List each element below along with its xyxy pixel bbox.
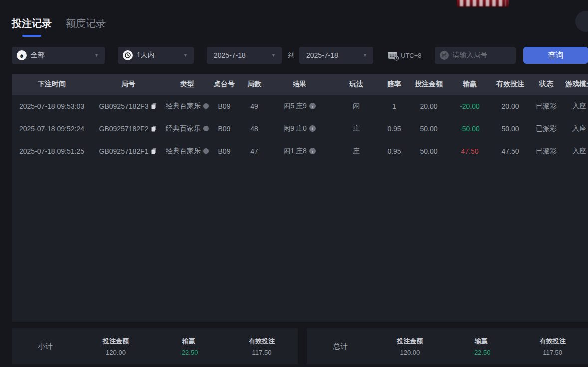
- round-no: 47: [239, 140, 270, 162]
- play: 庄: [329, 117, 383, 140]
- date-from-picker[interactable]: 2025-7-18 ▼: [207, 47, 282, 64]
- tab-bet-records[interactable]: 投注记录: [12, 17, 52, 37]
- col-round-id: 局号: [92, 74, 165, 95]
- type-badge-icon[interactable]: [203, 103, 209, 109]
- subtotal-winloss: 输赢 -22.50: [152, 337, 225, 356]
- total-label: 总计: [307, 342, 374, 351]
- date-to-picker[interactable]: 2025-7-18 ▼: [299, 47, 373, 64]
- game-type-value: 全部: [31, 51, 45, 60]
- status: 已派彩: [533, 140, 559, 162]
- total-valid-bet: 有效投注 117.50: [517, 337, 588, 356]
- table-row: 2025-07-18 09:52:24 GB09257182F2 经典百家乐 B…: [12, 117, 588, 140]
- col-table-no: 桌台号: [210, 74, 239, 95]
- chevron-down-icon: ▼: [94, 53, 99, 58]
- type-badge-icon[interactable]: [203, 126, 209, 131]
- floating-action-button[interactable]: [575, 11, 588, 32]
- time-range-select[interactable]: 1天内 ▼: [118, 47, 194, 64]
- timezone-label: UTC+8: [401, 52, 422, 59]
- calendar-clock-icon: [387, 50, 399, 61]
- chevron-down-icon: ▼: [363, 53, 367, 58]
- query-button[interactable]: 查询: [523, 47, 588, 64]
- play: 闲: [329, 95, 383, 117]
- play: 庄: [329, 140, 383, 162]
- info-icon[interactable]: i: [309, 148, 316, 154]
- date-from-value: 2025-7-18: [214, 51, 246, 59]
- info-icon[interactable]: i: [309, 125, 316, 132]
- bet-amount: 20.00: [405, 95, 452, 117]
- game-type: 经典百家乐: [165, 95, 210, 117]
- bet-time: 2025-07-18 09:53:03: [12, 95, 92, 117]
- col-valid-bet: 有效投注: [487, 74, 533, 95]
- table-row: 2025-07-18 09:51:25 GB09257182F1 经典百家乐 B…: [12, 140, 588, 162]
- type-badge-icon[interactable]: [203, 148, 209, 154]
- filter-bar: ♠ 全部 ▼ 1天内 ▼ 2025-7-18 ▼ 到 2025-7-18 ▼ U…: [12, 47, 588, 64]
- subtotal-bet-amount: 投注金额 120.00: [79, 337, 152, 356]
- game-type: 经典百家乐: [165, 117, 210, 140]
- chevron-down-icon: ▼: [183, 53, 188, 58]
- subtotal-valid-bet: 有效投注 117.50: [225, 337, 298, 356]
- valid-bet: 20.00: [487, 95, 533, 117]
- brand-logo: [457, 0, 509, 7]
- round-id: GB09257182F2: [92, 117, 165, 140]
- game-mode: 入座: [559, 140, 588, 162]
- round-no: 48: [239, 117, 270, 140]
- round-input-placeholder: 请输入局号: [453, 51, 488, 60]
- round-id: GB09257182F3: [92, 95, 165, 117]
- valid-bet: 47.50: [487, 140, 533, 162]
- status: 已派彩: [533, 95, 559, 117]
- chevron-down-icon: ▼: [271, 53, 276, 58]
- col-status: 状态: [533, 74, 559, 95]
- round-number-input[interactable]: 局 请输入局号: [435, 47, 516, 64]
- date-to-label: 到: [288, 51, 294, 60]
- time-range-value: 1天内: [137, 51, 155, 60]
- date-to-value: 2025-7-18: [306, 51, 338, 59]
- tab-quota-records-label: 额度记录: [66, 17, 106, 30]
- col-type: 类型: [165, 74, 210, 95]
- copy-icon[interactable]: [151, 148, 157, 154]
- round-no: 49: [239, 95, 270, 117]
- info-icon[interactable]: i: [309, 103, 316, 109]
- odds: 0.95: [383, 140, 405, 162]
- col-bet-amount: 投注金额: [405, 74, 452, 95]
- subtotal-label: 小计: [12, 342, 79, 351]
- table-row: 2025-07-18 09:53:03 GB09257182F3 经典百家乐 B…: [12, 95, 588, 117]
- winloss: 47.50: [452, 140, 487, 162]
- col-round: 局数: [239, 74, 270, 95]
- game-mode: 入座: [559, 117, 588, 140]
- col-odds: 赔率: [383, 74, 405, 95]
- col-play: 玩法: [329, 74, 383, 95]
- game-type: 经典百家乐: [165, 140, 210, 162]
- winloss: -20.00: [452, 95, 487, 117]
- table-no: B09: [210, 95, 239, 117]
- odds: 0.95: [383, 117, 405, 140]
- game-type-select[interactable]: ♠ 全部 ▼: [12, 47, 105, 64]
- record-tabs: 投注记录 额度记录: [12, 17, 106, 37]
- round-id: GB09257182F1: [92, 140, 165, 162]
- total-winloss: 输赢 -22.50: [446, 337, 517, 356]
- col-winloss: 输赢: [452, 74, 487, 95]
- active-tab-underline: [22, 35, 41, 37]
- valid-bet: 50.00: [487, 117, 533, 140]
- copy-icon[interactable]: [151, 103, 157, 109]
- status: 已派彩: [533, 117, 559, 140]
- timezone-indicator: UTC+8: [387, 50, 422, 61]
- total-bet-amount: 投注金额 120.00: [374, 337, 446, 356]
- clock-icon: [123, 50, 133, 60]
- odds: 1: [383, 95, 405, 117]
- copy-icon[interactable]: [151, 125, 157, 132]
- table-header: 下注时间 局号 类型 桌台号 局数 结果 玩法 赔率 投注金额 输赢 有效投注 …: [12, 74, 588, 95]
- spade-icon: ♠: [17, 50, 27, 60]
- bet-amount: 50.00: [405, 140, 452, 162]
- result: 闲5 庄9i: [270, 95, 329, 117]
- winloss: -50.00: [452, 117, 487, 140]
- result: 闲1 庄8i: [270, 140, 329, 162]
- tab-bet-records-label: 投注记录: [12, 17, 52, 30]
- bet-amount: 50.00: [405, 117, 452, 140]
- total-panel: 总计 投注金额 120.00 输赢 -22.50 有效投注 117.50: [307, 328, 588, 364]
- round-badge-icon: 局: [440, 51, 449, 60]
- table-no: B09: [210, 117, 239, 140]
- tab-quota-records[interactable]: 额度记录: [66, 17, 106, 37]
- col-game-mode: 游戏模式: [559, 74, 588, 95]
- result: 闲9 庄0i: [270, 117, 329, 140]
- game-mode: 入座: [559, 95, 588, 117]
